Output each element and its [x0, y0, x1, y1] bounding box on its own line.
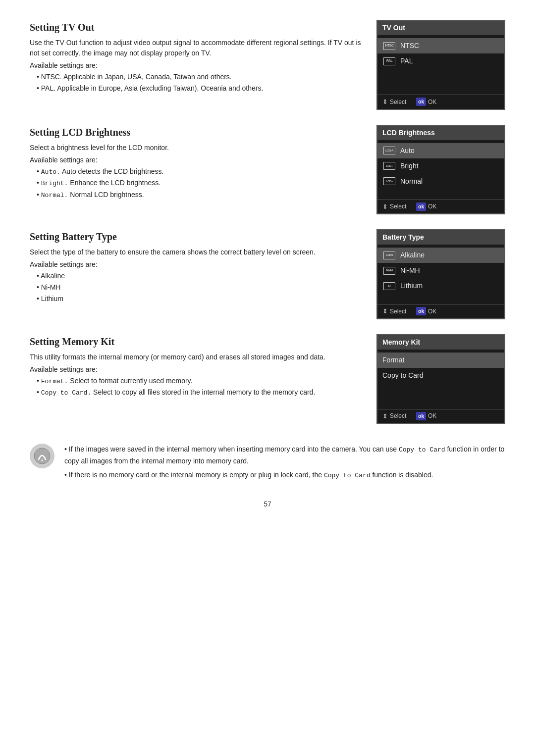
cam-item-pal[interactable]: PAL PAL [377, 53, 504, 69]
cam-panel-tv-out-items: NTSC NTSC PAL PAL [377, 35, 504, 95]
ok-badge: ok [416, 98, 426, 106]
cam-item-copy-to-card[interactable]: Copy to Card [377, 368, 504, 383]
section-tv-out-bullets: NTSC. Applicable in Japan, USA, Canada, … [30, 72, 362, 94]
section-battery-desc: Select the type of the battery to ensure… [30, 247, 362, 257]
section-lcd: Setting LCD Brightness Select a brightne… [30, 125, 505, 215]
footer-ok-lcd: ok OK [416, 202, 436, 211]
footer-ok-memory: ok OK [416, 411, 436, 420]
arrows-icon: ⇕ [382, 97, 388, 107]
section-memory: Setting Memory Kit This utility formats … [30, 334, 505, 424]
footer-ok-tv-out: ok OK [416, 98, 436, 106]
ok-label: OK [428, 411, 436, 420]
select-label: Select [390, 98, 406, 106]
cam-item-format[interactable]: Format [377, 353, 504, 368]
cam-panel-lcd: LCD Brightness LCD-A Auto LCD+ Bright [376, 125, 505, 215]
footer-select-tv-out: ⇕ Select [382, 97, 406, 107]
cam-item-bright-label: Bright [400, 161, 419, 171]
section-tv-out: Setting TV Out Use the TV Out function t… [30, 20, 505, 110]
list-item: Auto. Auto detects the LCD brightness. [37, 166, 362, 177]
cam-item-auto-label: Auto [400, 146, 415, 156]
ok-badge: ok [416, 202, 426, 211]
alkaline-icon: ALKS [382, 251, 396, 260]
cam-panel-lcd-title: LCD Brightness [377, 126, 504, 140]
section-tv-out-desc: Use the TV Out function to adjust video … [30, 38, 362, 58]
cam-item-pal-label: PAL [400, 56, 413, 66]
svg-point-1 [42, 460, 43, 461]
cam-panel-memory-title: Memory Kit [377, 335, 504, 350]
section-memory-bullets: Format. Select to format currently used … [30, 376, 362, 398]
normal-icon: LCD~ [382, 176, 396, 186]
list-item: Copy to Card. Select to copy all files s… [37, 387, 362, 398]
section-memory-desc: This utility formats the internal memory… [30, 352, 362, 362]
cam-panel-memory-items: Format Copy to Card [377, 350, 504, 409]
list-item: PAL. Applicable in Europe, Asia (excludi… [37, 83, 362, 94]
footer-select-battery: ⇕ Select [382, 306, 406, 316]
section-lcd-desc: Select a brightness level for the LCD mo… [30, 143, 362, 153]
list-item: Bright. Enhance the LCD brightness. [37, 178, 362, 189]
cam-item-normal[interactable]: LCD~ Normal [377, 174, 504, 189]
auto-icon: LCD-A [382, 146, 396, 155]
section-battery-bullets: Alkaline Ni-MH Lithium [30, 271, 362, 304]
note-item-1: If the images were saved in the internal… [64, 444, 505, 466]
list-item: Lithium [37, 294, 362, 304]
bright-icon: LCD+ [382, 161, 396, 171]
panel-battery: Battery Type ALKS Alkaline NiMH Ni-MH [376, 229, 505, 319]
ok-badge: ok [416, 412, 426, 420]
section-memory-avail: Available settings are: [30, 364, 362, 375]
ok-label: OK [428, 307, 436, 316]
cam-panel-battery-title: Battery Type [377, 230, 504, 245]
select-label: Select [390, 307, 406, 316]
list-item: NTSC. Applicable in Japan, USA, Canada, … [37, 72, 362, 82]
cam-item-copy-label: Copy to Card [382, 370, 423, 381]
panel-memory: Memory Kit Format Copy to Card ⇕ Select [376, 334, 505, 424]
section-lcd-bullets: Auto. Auto detects the LCD brightness. B… [30, 166, 362, 201]
cam-item-alkaline[interactable]: ALKS Alkaline [377, 248, 504, 263]
section-memory-title: Setting Memory Kit [30, 334, 362, 349]
cam-item-ntsc[interactable]: NTSC NTSC [377, 38, 504, 53]
section-lcd-title: Setting LCD Brightness [30, 125, 362, 140]
cam-panel-tv-out-title: TV Out [377, 21, 504, 35]
note-item-2: If there is no memory card or the intern… [64, 469, 505, 481]
cam-item-auto[interactable]: LCD-A Auto [377, 143, 504, 158]
cam-panel-tv-out-footer: ⇕ Select ok OK [377, 95, 504, 109]
cam-panel-memory: Memory Kit Format Copy to Card ⇕ Select [376, 334, 505, 424]
cam-panel-memory-footer: ⇕ Select ok OK [377, 409, 504, 423]
footer-select-lcd: ⇕ Select [382, 202, 406, 212]
cam-item-lithium[interactable]: Li Lithium [377, 278, 504, 294]
ok-badge: ok [416, 307, 426, 315]
lithium-icon: Li [382, 281, 396, 291]
cam-panel-battery: Battery Type ALKS Alkaline NiMH Ni-MH [376, 229, 505, 319]
note-text: If the images were saved in the internal… [64, 444, 505, 484]
cam-item-ntsc-label: NTSC [400, 41, 419, 51]
list-item: Normal. Normal LCD brightness. [37, 190, 362, 201]
cam-item-format-label: Format [382, 355, 404, 365]
footer-ok-battery: ok OK [416, 307, 436, 316]
cam-item-normal-label: Normal [400, 176, 423, 187]
select-label: Select [390, 202, 406, 211]
section-battery-title: Setting Battery Type [30, 229, 362, 244]
cam-item-lithium-label: Lithium [400, 281, 423, 291]
ok-label: OK [428, 98, 436, 106]
section-battery-avail: Available settings are: [30, 259, 362, 270]
pal-icon: PAL [382, 56, 396, 66]
panel-lcd: LCD Brightness LCD-A Auto LCD+ Bright [376, 125, 505, 215]
cam-item-alkaline-label: Alkaline [400, 250, 425, 260]
section-battery-text: Setting Battery Type Select the type of … [30, 229, 362, 305]
arrows-icon: ⇕ [382, 202, 388, 212]
footer-select-memory: ⇕ Select [382, 411, 406, 421]
cam-item-bright[interactable]: LCD+ Bright [377, 158, 504, 174]
note-section: If the images were saved in the internal… [30, 444, 505, 484]
cam-panel-tv-out: TV Out NTSC NTSC PAL PAL [376, 20, 505, 110]
arrows-icon: ⇕ [382, 306, 388, 316]
section-lcd-avail: Available settings are: [30, 155, 362, 165]
page-number: 57 [30, 499, 505, 509]
list-item: Ni-MH [37, 282, 362, 293]
select-label: Select [390, 411, 406, 420]
section-tv-out-title: Setting TV Out [30, 20, 362, 35]
cam-panel-lcd-items: LCD-A Auto LCD+ Bright LCD~ [377, 140, 504, 200]
cam-item-nimh[interactable]: NiMH Ni-MH [377, 263, 504, 278]
section-lcd-text: Setting LCD Brightness Select a brightne… [30, 125, 362, 202]
section-memory-text: Setting Memory Kit This utility formats … [30, 334, 362, 399]
note-icon [30, 444, 54, 468]
section-battery: Setting Battery Type Select the type of … [30, 229, 505, 319]
